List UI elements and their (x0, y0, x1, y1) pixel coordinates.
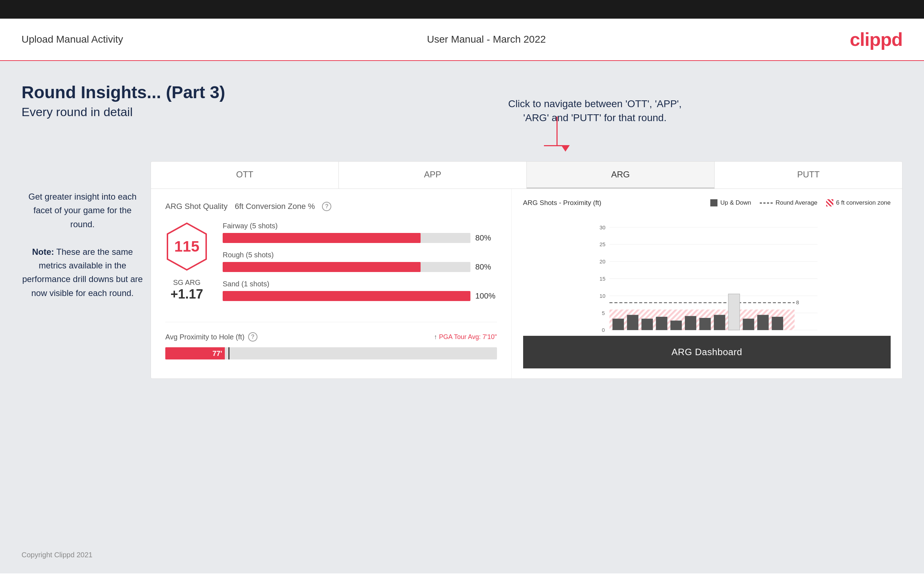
legend-up-down: Up & Down (710, 199, 751, 206)
legend: Up & Down Round Average 6 ft conversion … (710, 199, 891, 206)
page-title: Round Insights... (Part 3) (21, 82, 903, 102)
proximity-value: 77' (212, 350, 222, 358)
svg-text:15: 15 (599, 276, 606, 282)
legend-hatched-icon (826, 199, 833, 206)
svg-rect-25 (685, 316, 696, 330)
tab-putt[interactable]: PUTT (715, 162, 902, 189)
bar-charts: Fairway (5 shots) 80% Rough (5 shots) (223, 222, 497, 309)
panel-header: ARG Shot Quality 6ft Conversion Zone % ? (165, 202, 497, 211)
tab-bar: OTT APP ARG PUTT (151, 162, 902, 189)
bar-fill-sand (223, 291, 470, 301)
svg-text:20: 20 (599, 259, 606, 264)
header: Upload Manual Activity User Manual - Mar… (0, 19, 924, 61)
legend-dashed-icon (760, 203, 773, 203)
hex-score-value: 115 (174, 238, 199, 255)
upload-manual-link[interactable]: Upload Manual Activity (21, 34, 123, 45)
proximity-chart: 0 5 10 15 20 25 30 (523, 214, 891, 336)
svg-text:8: 8 (796, 300, 799, 305)
tab-app[interactable]: APP (339, 162, 527, 189)
svg-rect-26 (699, 318, 711, 330)
svg-rect-27 (714, 315, 725, 330)
bar-pct-fairway: 80% (475, 233, 497, 243)
conversion-zone-label: 6ft Conversion Zone % (235, 202, 315, 211)
sg-label: SG ARG (170, 279, 203, 287)
svg-rect-24 (670, 321, 682, 330)
left-panel: ARG Shot Quality 6ft Conversion Zone % ?… (151, 189, 512, 379)
proximity-title: Avg Proximity to Hole (ft) ? (165, 332, 257, 342)
proximity-bar: 77' (165, 347, 497, 359)
svg-rect-30 (757, 315, 769, 330)
proximity-header: Avg Proximity to Hole (ft) ? ↑ PGA Tour … (165, 332, 497, 342)
annotation-arrow (544, 116, 570, 152)
svg-text:10: 10 (599, 293, 606, 299)
score-section: 115 SG ARG +1.17 Fairway (5 shots) (165, 222, 497, 309)
svg-text:30: 30 (599, 225, 606, 230)
legend-square-icon (710, 199, 717, 206)
dashboard-panel: OTT APP ARG PUTT ARG Shot Quality 6ft Co… (150, 161, 903, 379)
bar-label-sand: Sand (1 shots) (223, 280, 497, 288)
arg-dashboard-button[interactable]: ARG Dashboard (523, 336, 891, 368)
main-content: Round Insights... (Part 3) Every round i… (0, 61, 924, 574)
bar-row-rough: Rough (5 shots) 80% (223, 251, 497, 272)
proximity-section: Avg Proximity to Hole (ft) ? ↑ PGA Tour … (165, 322, 497, 359)
bar-fill-rough (223, 262, 421, 272)
sg-value: +1.17 (170, 287, 203, 302)
bar-bg-rough (223, 262, 470, 272)
right-panel: ARG Shots - Proximity (ft) Up & Down Rou… (512, 189, 902, 379)
page-subtitle: Every round in detail (21, 105, 903, 119)
legend-round-avg: Round Average (760, 199, 817, 206)
bar-bg-fairway (223, 233, 470, 243)
bar-bg-sand (223, 291, 470, 301)
svg-text:25: 25 (599, 242, 606, 247)
help-icon[interactable]: ? (322, 202, 331, 211)
shot-quality-label: ARG Shot Quality (165, 202, 228, 211)
svg-rect-23 (656, 317, 667, 330)
svg-rect-31 (772, 317, 783, 330)
svg-rect-28 (728, 294, 740, 330)
bar-track-rough: 80% (223, 262, 497, 272)
bar-row-sand: Sand (1 shots) 100% (223, 280, 497, 301)
svg-rect-21 (627, 315, 638, 330)
right-panel-title: ARG Shots - Proximity (ft) (523, 199, 602, 207)
hexagon-container: 115 SG ARG +1.17 (165, 222, 208, 302)
content-area: ARG Shot Quality 6ft Conversion Zone % ?… (151, 189, 902, 379)
document-title: User Manual - March 2022 (427, 34, 546, 45)
copyright-text: Copyright Clippd 2021 (21, 551, 92, 559)
left-description: Get greater insight into each facet of y… (21, 190, 144, 300)
pga-avg: ↑ PGA Tour Avg: 7'10" (434, 333, 497, 341)
right-panel-header: ARG Shots - Proximity (ft) Up & Down Rou… (523, 199, 891, 207)
bar-fill-fairway (223, 233, 421, 243)
legend-conversion-zone: 6 ft conversion zone (826, 199, 891, 206)
bar-label-rough: Rough (5 shots) (223, 251, 497, 259)
svg-rect-20 (612, 319, 624, 330)
footer: Copyright Clippd 2021 (21, 551, 92, 559)
bar-pct-rough: 80% (475, 262, 497, 272)
proximity-cursor (228, 347, 229, 359)
clippd-logo: clippd (850, 29, 903, 50)
svg-rect-22 (641, 319, 653, 330)
bar-track-sand: 100% (223, 291, 497, 301)
proximity-help-icon[interactable]: ? (248, 332, 257, 342)
nav-annotation: Click to navigate between 'OTT', 'APP', … (508, 97, 682, 125)
tab-arg[interactable]: ARG (527, 162, 715, 189)
svg-rect-29 (743, 319, 754, 330)
top-bar (0, 0, 924, 19)
svg-text:5: 5 (602, 310, 604, 316)
bar-track-fairway: 80% (223, 233, 497, 243)
score-hexagon: 115 (165, 222, 208, 271)
bar-row-fairway: Fairway (5 shots) 80% (223, 222, 497, 243)
bar-label-fairway: Fairway (5 shots) (223, 222, 497, 230)
chart-area: 0 5 10 15 20 25 30 (523, 214, 891, 336)
tab-ott[interactable]: OTT (151, 162, 339, 189)
bar-pct-sand: 100% (475, 292, 497, 301)
proximity-bar-fill: 77' (165, 347, 225, 359)
svg-text:0: 0 (602, 327, 604, 333)
